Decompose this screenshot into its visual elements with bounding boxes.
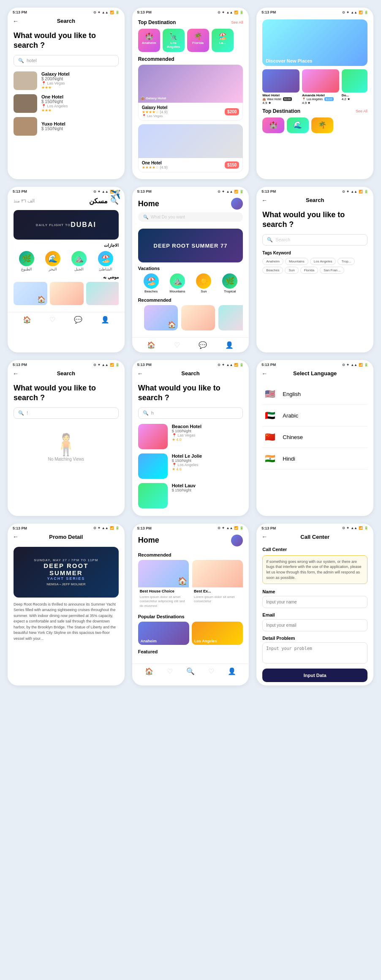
- pop-card-la[interactable]: Los Angeles: [192, 622, 243, 645]
- hotel-card-3[interactable]: Yuxo Hotel $ 150/Night: [14, 117, 119, 136]
- page-title-7: Promo Detail: [49, 534, 83, 540]
- lang-arabic[interactable]: 🇦🇪 Arabic: [262, 405, 367, 426]
- lang-english[interactable]: 🇺🇸 English: [262, 383, 367, 405]
- search-input-3[interactable]: 🔍 Search: [262, 234, 367, 246]
- cc-submit-button[interactable]: Input Data: [262, 669, 367, 682]
- rec-card-3[interactable]: [218, 305, 243, 330]
- tag-florida[interactable]: Florida: [300, 267, 318, 274]
- rec-card-1[interactable]: 🏠: [144, 305, 178, 330]
- nav-user[interactable]: 👤: [101, 316, 109, 324]
- nav-chat[interactable]: 💬: [74, 316, 82, 324]
- back-arrow-7[interactable]: ←: [13, 533, 19, 540]
- nav-home-2[interactable]: 🏠: [147, 341, 155, 349]
- cc-email-input[interactable]: [262, 619, 367, 631]
- back-arrow-icon[interactable]: ←: [13, 18, 19, 25]
- cc-name-input[interactable]: [262, 596, 367, 608]
- big-card-2[interactable]: One Hotel ★★★★☆ (4.9) $150: [138, 124, 243, 172]
- result-card-1[interactable]: Beacon Hotel $ 100/Night 📍 Las Vegas ★ 4…: [138, 424, 243, 449]
- discover-hotel-2[interactable]: Amanda Hotel 📍 Los Angeles $100 4.9 ★: [302, 69, 339, 105]
- nav-heart-2[interactable]: ♡: [174, 341, 180, 349]
- dest-chip-7[interactable]: 🌴: [311, 117, 333, 133]
- see-all-1[interactable]: See All: [231, 20, 243, 25]
- page-title-4: Search: [57, 370, 75, 377]
- search-icon-5: 🔍: [143, 410, 149, 416]
- dest-chip-2[interactable]: 🗽 Los Angeles: [163, 29, 185, 52]
- back-arrow-9[interactable]: ←: [261, 533, 267, 540]
- dest-chips: 🏰 Anaheim 🗽 Los Angeles 🌴 Florida 🏖️ La.…: [138, 29, 243, 52]
- nav-user-2[interactable]: 👤: [225, 341, 234, 349]
- dest-chip-6[interactable]: 🌊: [287, 117, 309, 133]
- dest-chip-4[interactable]: 🏖️ La...: [212, 29, 234, 52]
- cat-label-mountains: Mountains: [170, 289, 185, 293]
- tag-anaheim[interactable]: Anaheim: [262, 258, 283, 265]
- nav-user-3[interactable]: 👤: [228, 667, 236, 675]
- nav-search-3[interactable]: 🔍: [186, 667, 195, 675]
- promo-date: SUNDAY, MAY 27 / 7PM TO 11PM: [34, 558, 98, 562]
- nav-chat-2[interactable]: 💬: [199, 341, 207, 349]
- dest-chip-1[interactable]: 🏰 Anaheim: [138, 29, 160, 52]
- dest-chip-3[interactable]: 🌴 Florida: [187, 29, 209, 52]
- house-icon-1: 🏠: [37, 295, 46, 303]
- result-card-2[interactable]: Hotel Le Jolie $ 150/Night 📍 Los Angeles…: [138, 453, 243, 479]
- arabic-cat-sea[interactable]: 🌊 البحر: [45, 251, 60, 271]
- rec-grid-card-2[interactable]: Best Ex... Lorem ipsum dolor sit amet co…: [192, 560, 243, 610]
- status-bar-11: 5:13 PM ⊙✦▲▲📶🔋: [132, 524, 249, 532]
- search-input-box[interactable]: 🔍 hotel: [14, 55, 119, 66]
- rec-grid-card-1[interactable]: 🏠 Best House Choice Lorem ipsum dolor si…: [138, 560, 189, 610]
- tag-sun[interactable]: Sun: [285, 267, 298, 274]
- banner-text-1: DEEP ROOT SUMMER 77: [154, 243, 228, 249]
- big-card-1[interactable]: 🏨 Galaxy Hotel Galaxy Hotel ★★★★☆ (4.9) …: [138, 65, 243, 121]
- search-icon-3: 🔍: [267, 237, 273, 243]
- nav-home-3[interactable]: 🏠: [145, 667, 153, 675]
- tag-beaches[interactable]: Beaches: [262, 267, 283, 274]
- avatar-2: [231, 535, 243, 546]
- promo-banner: SUNDAY, MAY 27 / 7PM TO 11PM DEEP ROOTSU…: [14, 547, 119, 598]
- house-scroll: 🏠: [14, 282, 119, 305]
- phone-content-2: Top Destination See All 🏰 Anaheim 🗽 Los …: [132, 16, 249, 179]
- house-card-1[interactable]: 🏠: [14, 282, 47, 305]
- arabic-cat-mountain[interactable]: ⛰️ الجبل: [71, 251, 87, 271]
- arabic-cat-beach[interactable]: 🏖️ الشاطئ: [98, 251, 113, 271]
- nav-heart-3[interactable]: ♡: [167, 667, 173, 675]
- discover-hotel-1[interactable]: Waxi Hotel 🏨 Waxi Hotel $100 4.9 ★: [262, 69, 299, 105]
- dest-chip-5[interactable]: 🏰: [262, 117, 284, 133]
- page-title-5: Search: [181, 370, 199, 377]
- house-card-2[interactable]: [50, 282, 84, 305]
- see-all-2[interactable]: See All: [356, 109, 367, 113]
- result-name-1: Beacon Hotel: [172, 424, 201, 429]
- cat-beaches[interactable]: 🏖️ Beaches: [144, 273, 159, 293]
- home-search-bar-1[interactable]: 🔍 What Do you want: [138, 212, 243, 222]
- arabic-cat-nature[interactable]: 🌿 الطبوع: [19, 251, 34, 271]
- result-thumb-1: [138, 424, 168, 449]
- back-arrow-5[interactable]: ←: [137, 370, 143, 377]
- tag-la[interactable]: Los Angeles: [310, 258, 336, 265]
- lang-hindi[interactable]: 🇮🇳 Hindi: [262, 448, 367, 470]
- cat-mountains[interactable]: ⛰️ Mountains: [170, 273, 185, 293]
- header-6: ← Select Language: [256, 369, 373, 380]
- result-card-3[interactable]: Hotel Lauv $ 150/Night: [138, 483, 243, 508]
- house-card-3[interactable]: [86, 282, 119, 305]
- cc-problem-textarea[interactable]: [262, 642, 367, 663]
- rec-card-2[interactable]: [181, 305, 215, 330]
- back-arrow-3[interactable]: ←: [261, 197, 267, 204]
- hotel-card-2[interactable]: One Hotel $ 150/Night 📍 Los Angeles ★★★: [14, 94, 119, 113]
- hotel-card-1[interactable]: Galaxy Hotel $ 200/Night 📍 Las Vegas ★★★: [14, 71, 119, 90]
- back-arrow-4[interactable]: ←: [13, 370, 19, 377]
- arabic-categories: 🏖️ الشاطئ ⛰️ الجبل 🌊 البحر 🌿 الطبوع: [14, 251, 119, 271]
- discover-hotel-3[interactable]: Do... 4.2 ★: [342, 69, 367, 105]
- nav-heart2-3[interactable]: ♡: [208, 667, 214, 675]
- cat-sun[interactable]: ☀️ Sun: [196, 273, 211, 293]
- search-input-5[interactable]: 🔍 h: [138, 407, 243, 419]
- pop-card-anaheim[interactable]: Anaheim: [138, 622, 189, 645]
- lang-chinese[interactable]: 🇨🇳 Chinese: [262, 426, 367, 448]
- discover-hotel-row: Waxi Hotel 🏨 Waxi Hotel $100 4.9 ★ Amand…: [262, 69, 367, 105]
- search-icon-home: 🔍: [143, 215, 148, 219]
- nav-home[interactable]: 🏠: [23, 316, 31, 324]
- cat-tropical[interactable]: 🌿 Tropical: [222, 273, 237, 293]
- search-input-4[interactable]: 🔍 !: [14, 407, 119, 419]
- tag-sf[interactable]: San Fran...: [320, 267, 344, 274]
- back-arrow-6[interactable]: ←: [261, 370, 267, 377]
- tag-trop[interactable]: Trop...: [337, 258, 355, 265]
- tag-mountains[interactable]: Mountains: [285, 258, 308, 265]
- nav-heart[interactable]: ♡: [49, 316, 55, 324]
